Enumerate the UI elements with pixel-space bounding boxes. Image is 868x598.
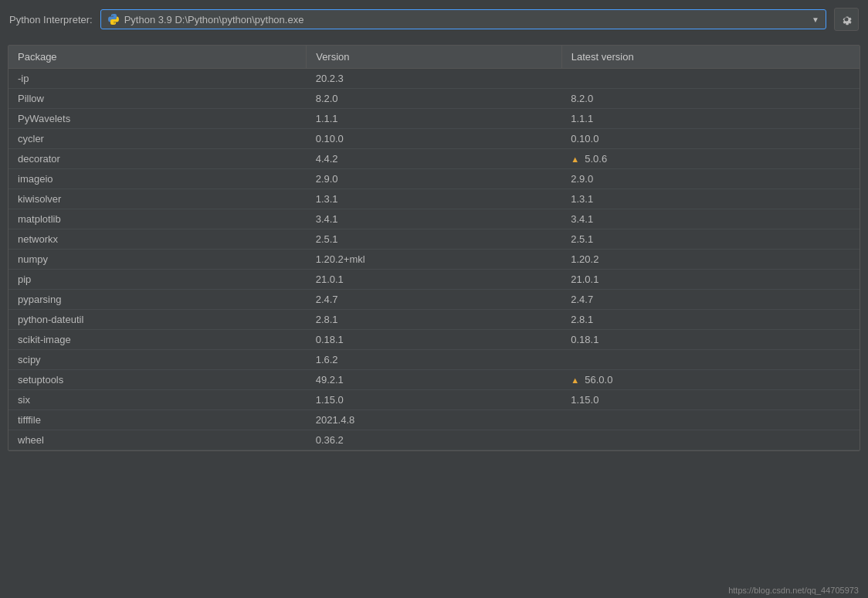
cell-latest: ▲ 5.0.6 xyxy=(561,149,860,169)
cell-version: 0.18.1 xyxy=(307,330,562,350)
table-row[interactable]: scikit-image0.18.10.18.1 xyxy=(8,330,860,350)
cell-latest: 21.0.1 xyxy=(561,270,860,290)
cell-package: cycler xyxy=(8,129,307,149)
cell-package: numpy xyxy=(8,250,307,270)
settings-button[interactable] xyxy=(834,8,859,31)
cell-latest: 2.9.0 xyxy=(561,169,860,189)
cell-version: 1.15.0 xyxy=(307,390,562,410)
cell-package: -ip xyxy=(8,69,307,89)
cell-package: Pillow xyxy=(8,89,307,109)
cell-version: 20.2.3 xyxy=(307,69,562,89)
cell-latest: 0.18.1 xyxy=(561,330,860,350)
cell-package: setuptools xyxy=(8,370,307,390)
cell-package: scikit-image xyxy=(8,330,307,350)
cell-package: matplotlib xyxy=(8,209,307,229)
table-row[interactable]: wheel0.36.2 xyxy=(8,430,860,450)
table-row[interactable]: scipy1.6.2 xyxy=(8,350,860,370)
cell-version: 8.2.0 xyxy=(307,89,562,109)
cell-latest: 1.3.1 xyxy=(561,189,860,209)
table-row[interactable]: Pillow8.2.08.2.0 xyxy=(8,89,860,109)
packages-table-container: Package Version Latest version -ip20.2.3… xyxy=(8,45,860,451)
cell-version: 49.2.1 xyxy=(307,370,562,390)
cell-package: pyparsing xyxy=(8,290,307,310)
cell-latest: 1.20.2 xyxy=(561,250,860,270)
cell-version: 0.10.0 xyxy=(307,129,562,149)
cell-version: 1.3.1 xyxy=(307,189,562,209)
column-header-package: Package xyxy=(8,46,307,69)
cell-package: pip xyxy=(8,270,307,290)
cell-package: tifffile xyxy=(8,410,307,430)
table-row[interactable]: pip21.0.121.0.1 xyxy=(8,270,860,290)
cell-package: kiwisolver xyxy=(8,189,307,209)
cell-latest: 2.8.1 xyxy=(561,310,860,330)
cell-latest: 3.4.1 xyxy=(561,209,860,229)
cell-package: imageio xyxy=(8,169,307,189)
cell-latest xyxy=(561,410,860,430)
table-row[interactable]: pyparsing2.4.72.4.7 xyxy=(8,290,860,310)
cell-version: 2.4.7 xyxy=(307,290,562,310)
gear-icon xyxy=(840,13,853,25)
cell-package: decorator xyxy=(8,149,307,169)
cell-package: PyWavelets xyxy=(8,109,307,129)
cell-package: scipy xyxy=(8,350,307,370)
top-bar: Python Interpreter: Python 3.9 D:\Python… xyxy=(0,0,868,39)
cell-version: 1.1.1 xyxy=(307,109,562,129)
table-row[interactable]: python-dateutil2.8.12.8.1 xyxy=(8,310,860,330)
table-row[interactable]: numpy1.20.2+mkl1.20.2 xyxy=(8,250,860,270)
cell-version: 1.6.2 xyxy=(307,350,562,370)
upgrade-arrow-icon: ▲ xyxy=(571,155,581,164)
table-row[interactable]: networkx2.5.12.5.1 xyxy=(8,229,860,250)
cell-version: 2.8.1 xyxy=(307,310,562,330)
cell-latest: 8.2.0 xyxy=(561,89,860,109)
footer-url: https://blog.csdn.net/qq_44705973 xyxy=(719,583,868,598)
table-row[interactable]: kiwisolver1.3.11.3.1 xyxy=(8,189,860,209)
dropdown-arrow-icon: ▼ xyxy=(812,15,819,24)
cell-version: 0.36.2 xyxy=(307,430,562,450)
table-row[interactable]: tifffile2021.4.8 xyxy=(8,410,860,430)
table-row[interactable]: -ip20.2.3 xyxy=(8,69,860,89)
table-header-row: Package Version Latest version xyxy=(8,46,860,69)
cell-latest: ▲ 56.0.0 xyxy=(561,370,860,390)
cell-version: 4.4.2 xyxy=(307,149,562,169)
table-row[interactable]: setuptools49.2.1▲ 56.0.0 xyxy=(8,370,860,390)
cell-version: 2.5.1 xyxy=(307,229,562,250)
interpreter-select[interactable]: Python 3.9 D:\Python\python\python.exe ▼ xyxy=(100,9,826,29)
cell-package: networkx xyxy=(8,229,307,250)
column-header-latest: Latest version xyxy=(561,46,860,69)
cell-version: 1.20.2+mkl xyxy=(307,250,562,270)
table-row[interactable]: cycler0.10.00.10.0 xyxy=(8,129,860,149)
cell-version: 2.9.0 xyxy=(307,169,562,189)
table-row[interactable]: imageio2.9.02.9.0 xyxy=(8,169,860,189)
cell-package: wheel xyxy=(8,430,307,450)
upgrade-arrow-icon: ▲ xyxy=(571,375,581,385)
cell-latest xyxy=(561,430,860,450)
cell-package: python-dateutil xyxy=(8,310,307,330)
table-row[interactable]: decorator4.4.2▲ 5.0.6 xyxy=(8,149,860,169)
interpreter-label: Python Interpreter: xyxy=(9,14,93,25)
cell-latest: 1.15.0 xyxy=(561,390,860,410)
cell-version: 3.4.1 xyxy=(307,209,562,229)
cell-latest: 0.10.0 xyxy=(561,129,860,149)
table-row[interactable]: matplotlib3.4.13.4.1 xyxy=(8,209,860,229)
cell-version: 21.0.1 xyxy=(307,270,562,290)
cell-latest: 2.4.7 xyxy=(561,290,860,310)
cell-version: 2021.4.8 xyxy=(307,410,562,430)
cell-package: six xyxy=(8,390,307,410)
table-row[interactable]: six1.15.01.15.0 xyxy=(8,390,860,410)
packages-table: Package Version Latest version -ip20.2.3… xyxy=(8,46,860,450)
cell-latest: 1.1.1 xyxy=(561,109,860,129)
cell-latest xyxy=(561,350,860,370)
packages-tbody: -ip20.2.3Pillow8.2.08.2.0PyWavelets1.1.1… xyxy=(8,69,860,450)
cell-latest: 2.5.1 xyxy=(561,229,860,250)
cell-latest xyxy=(561,69,860,89)
column-header-version: Version xyxy=(307,46,562,69)
python-icon xyxy=(107,13,120,25)
table-row[interactable]: PyWavelets1.1.11.1.1 xyxy=(8,109,860,129)
interpreter-text: Python 3.9 D:\Python\python\python.exe xyxy=(124,14,807,25)
